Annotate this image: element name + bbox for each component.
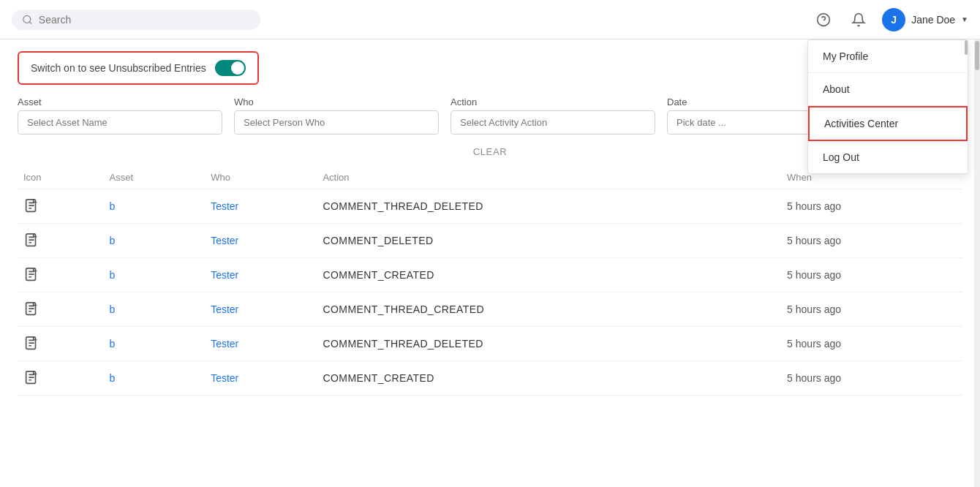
cell-action: COMMENT_THREAD_DELETED bbox=[317, 327, 781, 361]
who-link[interactable]: Tester bbox=[211, 303, 238, 315]
asset-link[interactable]: b bbox=[110, 235, 116, 246]
scrollbar-track[interactable] bbox=[974, 39, 980, 407]
when-text: 5 hours ago bbox=[787, 372, 841, 384]
col-icon: Icon bbox=[18, 166, 104, 189]
user-name: Jane Doe bbox=[911, 14, 955, 26]
asset-icon bbox=[23, 267, 39, 283]
when-text: 5 hours ago bbox=[787, 235, 841, 246]
table-row: bTesterCOMMENT_THREAD_DELETED5 hours ago bbox=[18, 189, 962, 224]
clear-button[interactable]: CLEAR bbox=[467, 143, 513, 160]
who-filter-label: Who bbox=[234, 97, 439, 107]
svg-point-0 bbox=[23, 15, 31, 23]
unsubscribed-toggle[interactable] bbox=[215, 60, 246, 76]
cell-when: 5 hours ago bbox=[781, 327, 962, 361]
table-row: bTesterCOMMENT_THREAD_DELETED5 hours ago bbox=[18, 327, 962, 361]
cell-when: 5 hours ago bbox=[781, 258, 962, 292]
asset-icon bbox=[23, 233, 39, 249]
action-filter-input[interactable] bbox=[451, 110, 655, 135]
user-menu-trigger[interactable]: J Jane Doe ▼ bbox=[882, 8, 968, 31]
toggle-section: Switch on to see Unsubscribed Entries bbox=[18, 51, 259, 85]
menu-item-my-profile[interactable]: My Profile bbox=[808, 40, 968, 73]
date-filter-input[interactable] bbox=[667, 110, 813, 135]
cell-who: Tester bbox=[205, 327, 317, 361]
header: J Jane Doe ▼ My Profile About Activities… bbox=[0, 0, 980, 39]
scrollbar-thumb[interactable] bbox=[975, 41, 979, 70]
cell-action: COMMENT_CREATED bbox=[317, 258, 781, 292]
asset-icon bbox=[23, 370, 39, 386]
cell-when: 5 hours ago bbox=[781, 224, 962, 258]
action-text: COMMENT_THREAD_DELETED bbox=[323, 200, 483, 212]
when-text: 5 hours ago bbox=[787, 200, 841, 212]
col-action: Action bbox=[317, 166, 781, 189]
cell-action: COMMENT_THREAD_DELETED bbox=[317, 189, 781, 224]
scroll-indicator bbox=[965, 40, 968, 55]
asset-link[interactable]: b bbox=[110, 303, 116, 315]
who-link[interactable]: Tester bbox=[211, 269, 238, 281]
date-filter-group: Date bbox=[667, 97, 813, 135]
who-link[interactable]: Tester bbox=[211, 372, 238, 384]
when-text: 5 hours ago bbox=[787, 338, 841, 350]
cell-icon bbox=[18, 361, 104, 396]
activity-table: Icon Asset Who Action When bTesterCOMMEN… bbox=[18, 166, 962, 396]
help-button[interactable] bbox=[812, 8, 835, 31]
date-filter-label: Date bbox=[667, 97, 813, 107]
cell-asset: b bbox=[104, 258, 206, 292]
table-body: bTesterCOMMENT_THREAD_DELETED5 hours ago… bbox=[18, 189, 962, 396]
asset-filter-input[interactable] bbox=[18, 110, 222, 135]
who-link[interactable]: Tester bbox=[211, 338, 238, 350]
chevron-down-icon: ▼ bbox=[961, 15, 968, 23]
avatar: J bbox=[882, 8, 905, 31]
cell-who: Tester bbox=[205, 189, 317, 224]
cell-action: COMMENT_CREATED bbox=[317, 361, 781, 396]
cell-asset: b bbox=[104, 189, 206, 224]
help-icon bbox=[816, 12, 831, 27]
who-link[interactable]: Tester bbox=[211, 200, 238, 212]
cell-asset: b bbox=[104, 361, 206, 396]
action-filter-group: Action bbox=[451, 97, 655, 135]
cell-when: 5 hours ago bbox=[781, 189, 962, 224]
menu-item-about[interactable]: About bbox=[808, 73, 968, 106]
when-text: 5 hours ago bbox=[787, 303, 841, 315]
cell-action: COMMENT_DELETED bbox=[317, 224, 781, 258]
asset-link[interactable]: b bbox=[110, 372, 116, 384]
asset-link[interactable]: b bbox=[110, 200, 116, 212]
search-input[interactable] bbox=[39, 14, 250, 26]
action-text: COMMENT_CREATED bbox=[323, 269, 434, 281]
cell-icon bbox=[18, 189, 104, 224]
cell-asset: b bbox=[104, 327, 206, 361]
bell-icon bbox=[851, 12, 866, 27]
cell-when: 5 hours ago bbox=[781, 361, 962, 396]
search-icon bbox=[22, 14, 33, 26]
asset-icon bbox=[23, 198, 39, 214]
menu-item-activities-center[interactable]: Activities Center bbox=[808, 106, 968, 141]
who-link[interactable]: Tester bbox=[211, 235, 238, 246]
cell-asset: b bbox=[104, 224, 206, 258]
asset-icon bbox=[23, 336, 39, 352]
cell-who: Tester bbox=[205, 361, 317, 396]
action-text: COMMENT_DELETED bbox=[323, 235, 433, 246]
table-row: bTesterCOMMENT_THREAD_CREATED5 hours ago bbox=[18, 292, 962, 327]
search-bar[interactable] bbox=[12, 10, 260, 30]
notification-button[interactable] bbox=[847, 8, 870, 31]
who-filter-input[interactable] bbox=[234, 110, 439, 135]
action-text: COMMENT_THREAD_DELETED bbox=[323, 338, 483, 350]
cell-icon bbox=[18, 224, 104, 258]
cell-action: COMMENT_THREAD_CREATED bbox=[317, 292, 781, 327]
asset-link[interactable]: b bbox=[110, 269, 116, 281]
col-who: Who bbox=[205, 166, 317, 189]
asset-filter-group: Asset bbox=[18, 97, 222, 135]
cell-icon bbox=[18, 292, 104, 327]
asset-link[interactable]: b bbox=[110, 338, 116, 350]
cell-asset: b bbox=[104, 292, 206, 327]
header-right: J Jane Doe ▼ bbox=[812, 8, 968, 31]
cell-who: Tester bbox=[205, 224, 317, 258]
cell-who: Tester bbox=[205, 258, 317, 292]
toggle-label: Switch on to see Unsubscribed Entries bbox=[31, 62, 206, 74]
svg-line-1 bbox=[29, 21, 31, 23]
cell-when: 5 hours ago bbox=[781, 292, 962, 327]
menu-item-log-out[interactable]: Log Out bbox=[808, 141, 968, 173]
cell-icon bbox=[18, 327, 104, 361]
when-text: 5 hours ago bbox=[787, 269, 841, 281]
user-dropdown-menu: My Profile About Activities Center Log O… bbox=[807, 39, 968, 174]
action-filter-label: Action bbox=[451, 97, 655, 107]
